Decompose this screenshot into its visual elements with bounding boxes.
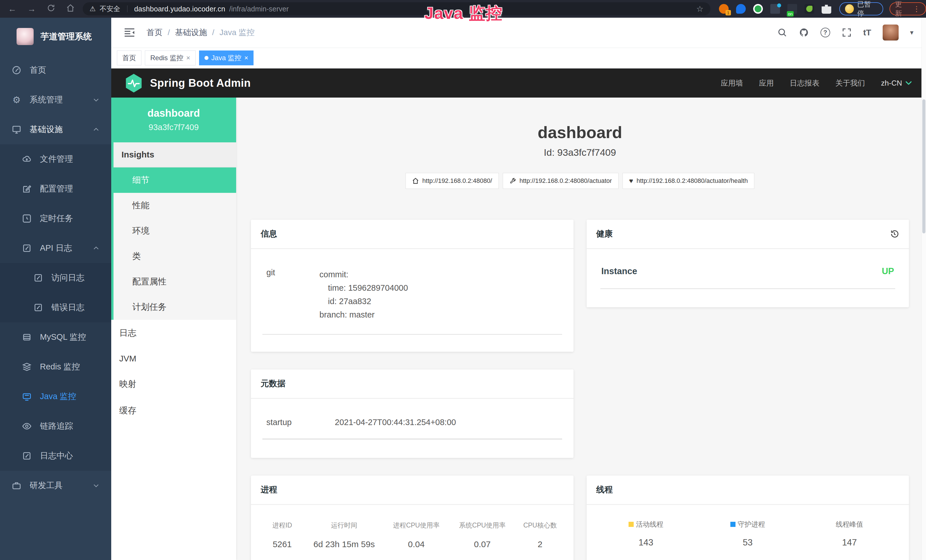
breadcrumb-separator: / [212, 28, 215, 37]
sidebar-item-trace[interactable]: 链路追踪 [0, 412, 111, 441]
sba-nav-journal[interactable]: 日志报表 [790, 78, 819, 88]
sidebar-item-mysql-monitor[interactable]: MySQL 监控 [0, 322, 111, 352]
sidebar-item-log-center[interactable]: 日志中心 [0, 441, 111, 471]
sidebar-item-home[interactable]: 首页 [0, 55, 111, 85]
sidebar-item-error-log[interactable]: 错误日志 [0, 293, 111, 322]
browser-update-button[interactable]: 更新 ⋮ [890, 2, 926, 15]
sba-language-select[interactable]: zh-CN [881, 79, 912, 88]
page-scrollbar[interactable] [921, 18, 926, 560]
extension-icon-pin[interactable] [736, 4, 746, 14]
edit-square-icon [22, 184, 32, 194]
reload-icon[interactable] [46, 4, 56, 14]
git-branch: branch: master [319, 308, 408, 321]
metadata-card-title: 元数据 [251, 369, 573, 399]
extension-icon-switch[interactable]: on [787, 4, 797, 14]
service-url-button[interactable]: http://192.168.0.2:48080/ [406, 173, 499, 189]
history-icon[interactable] [890, 229, 899, 239]
security-label[interactable]: 不安全 [100, 4, 120, 14]
scrollbar-thumb[interactable] [922, 99, 925, 233]
insights-item-scheduled-tasks[interactable]: 计划任务 [113, 294, 236, 320]
actuator-url-button[interactable]: http://192.168.0.2:48080/actuator [503, 173, 619, 189]
extension-icon-leaf[interactable] [805, 4, 814, 14]
back-icon[interactable]: ← [8, 4, 17, 14]
nav-item-caches[interactable]: 缓存 [111, 397, 236, 424]
nav-item-jvm[interactable]: JVM [111, 346, 236, 371]
yellow-swatch-icon [629, 522, 634, 527]
log-edit-icon [22, 451, 32, 461]
bookmark-star-icon[interactable]: ☆ [696, 4, 704, 14]
forward-icon[interactable]: → [27, 4, 36, 14]
address-bar[interactable]: ⚠ 不安全 dashboard.yudao.iocoder.cn/infra/a… [83, 2, 710, 15]
user-avatar[interactable] [883, 24, 899, 41]
nav-item-mappings[interactable]: 映射 [111, 371, 236, 397]
github-icon[interactable] [799, 27, 809, 38]
sidebar-item-label: 基础设施 [30, 124, 92, 135]
chevron-down-icon [905, 79, 912, 87]
url-domain[interactable]: dashboard.yudao.iocoder.cn [134, 5, 225, 13]
insights-item-classes[interactable]: 类 [113, 244, 236, 269]
breadcrumb-infrastructure[interactable]: 基础设施 [175, 27, 207, 38]
insights-group-label[interactable]: Insights [113, 142, 236, 168]
kebab-menu-icon[interactable]: ⋮ [913, 5, 920, 14]
info-value: commit: time: 1596289704000 id: 27aa832 … [319, 268, 408, 321]
profile-paused-badge[interactable]: 已暂停 [839, 2, 883, 15]
tab-redis-monitor[interactable]: Redis 监控 × [145, 50, 196, 65]
sidebar-item-file-manage[interactable]: 文件管理 [0, 144, 111, 174]
health-url-button[interactable]: ♥ http://192.168.0.2:48080/actuator/heal… [623, 173, 754, 189]
insights-item-config-props[interactable]: 配置属性 [113, 269, 236, 294]
extension-icon-green-circle[interactable] [753, 4, 763, 14]
sidebar-item-infrastructure[interactable]: 基础设施 [0, 115, 111, 144]
health-card-header: 健康 [587, 219, 909, 249]
user-menu-caret-icon[interactable]: ▾ [910, 29, 914, 36]
instance-header[interactable]: dashboard 93a3fc7f7409 [111, 98, 236, 142]
sidebar-item-redis-monitor[interactable]: Redis 监控 [0, 352, 111, 382]
sidebar-item-java-monitor[interactable]: Java 监控 [0, 382, 111, 412]
extension-icon-orange[interactable]: 1 [719, 4, 729, 14]
sidebar-item-system[interactable]: ⚙ 系统管理 [0, 85, 111, 115]
top-header: 首页 / 基础设施 / Java 监控 ? [111, 18, 926, 47]
insights-item-metrics[interactable]: 性能 [113, 193, 236, 218]
git-commit-line: commit: [319, 268, 408, 281]
java-monitor-icon [22, 391, 32, 402]
font-size-icon[interactable]: tT [863, 28, 871, 37]
extension-icon-grid[interactable] [770, 4, 780, 14]
insights-item-environment[interactable]: 环境 [113, 218, 236, 244]
tab-java-monitor[interactable]: Java 监控 × [199, 50, 254, 65]
sidebar-item-label: 配置管理 [40, 183, 100, 195]
tab-label: 首页 [123, 53, 136, 62]
sidebar-item-label: 系统管理 [30, 94, 92, 106]
app-menu: 首页 ⚙ 系统管理 基础设施 [0, 55, 111, 560]
search-icon[interactable] [777, 27, 787, 38]
fullscreen-icon[interactable] [841, 27, 852, 38]
nav-item-logs[interactable]: 日志 [111, 320, 236, 346]
metadata-card-body: startup 2021-04-27T00:44:31.254+08:00 [251, 399, 573, 458]
daemon-threads-value: 53 [697, 537, 799, 548]
breadcrumb-home[interactable]: 首页 [147, 27, 163, 38]
sidebar-item-label: 错误日志 [51, 302, 100, 313]
sidebar-collapse-icon[interactable] [124, 28, 135, 37]
sidebar-item-scheduled-jobs[interactable]: 定时任务 [0, 204, 111, 233]
tab-close-icon[interactable]: × [244, 54, 248, 62]
sba-nav-wallboard[interactable]: 应用墙 [721, 78, 743, 88]
extensions-puzzle-icon[interactable] [822, 4, 831, 14]
sba-nav-about[interactable]: 关于我们 [835, 78, 865, 88]
sba-nav-applications[interactable]: 应用 [759, 78, 774, 88]
tab-home[interactable]: 首页 [117, 50, 141, 65]
sidebar-item-api-log[interactable]: API 日志 [0, 233, 111, 263]
url-path[interactable]: /infra/admin-server [229, 5, 289, 13]
insights-item-details[interactable]: 细节 [113, 168, 236, 193]
sidebar-item-access-log[interactable]: 访问日志 [0, 263, 111, 293]
breadcrumb-separator: / [168, 28, 170, 37]
health-instance-row[interactable]: Instance UP [600, 266, 896, 289]
metadata-term: startup [262, 418, 335, 427]
sidebar-item-dev-tools[interactable]: 研发工具 [0, 471, 111, 500]
help-icon[interactable]: ? [820, 28, 830, 37]
health-card-body: Instance UP [587, 249, 909, 307]
sidebar-item-config-manage[interactable]: 配置管理 [0, 174, 111, 204]
tab-close-icon[interactable]: × [186, 54, 190, 62]
blue-swatch-icon [730, 522, 735, 527]
app-logo[interactable]: 芋道管理系统 [0, 18, 111, 55]
database-icon [22, 332, 32, 342]
home-icon[interactable] [66, 4, 75, 14]
process-col-header: CPU核心数 [515, 521, 565, 530]
